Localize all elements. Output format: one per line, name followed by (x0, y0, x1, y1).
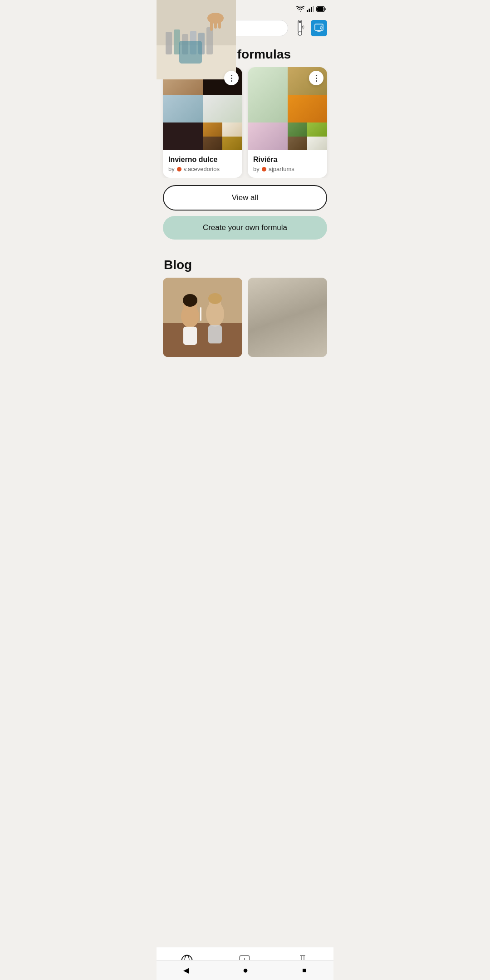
svg-point-18 (183, 294, 197, 307)
card2-img-5c (288, 137, 308, 151)
main-content: Community formulas (157, 40, 333, 397)
status-icons (296, 6, 326, 12)
blog-cards-list (157, 278, 333, 357)
view-all-button[interactable]: View all (163, 185, 327, 211)
wifi-icon (296, 6, 304, 12)
card2-img-5b (307, 122, 327, 137)
card1-img-6b (222, 122, 242, 137)
card2-img-5a (288, 122, 308, 137)
create-formula-button[interactable]: Create your own formula (163, 216, 327, 240)
card2-by: by (253, 166, 260, 172)
more-dots-2 (316, 75, 317, 82)
card2-author: by ajparfums (253, 166, 322, 172)
card1-by: by (168, 166, 175, 172)
card2-subgrid (288, 122, 328, 150)
action-buttons: View all Create your own formula (157, 178, 333, 247)
card1-img-6a (203, 122, 223, 137)
blog-title: Blog (157, 250, 333, 278)
cast-icon[interactable] (311, 20, 327, 36)
blog-img-couple (163, 278, 242, 357)
formula-card-1[interactable]: Invierno dulce by v.acevedorios (163, 67, 242, 178)
card2-img-3 (288, 95, 328, 122)
card1-info: Invierno dulce by v.acevedorios (163, 151, 242, 178)
formula-cards-list: Invierno dulce by v.acevedorios (157, 67, 333, 178)
more-dots-1 (231, 75, 232, 82)
svg-point-10 (298, 32, 302, 35)
blog-couple-svg (163, 278, 242, 357)
card1-author-dot (177, 167, 181, 172)
card1-more-button[interactable] (224, 71, 239, 85)
card2-more-button[interactable] (309, 71, 323, 85)
card2-name: Riviéra (253, 156, 322, 164)
svg-rect-22 (200, 307, 201, 321)
card2-img-5d (307, 137, 327, 151)
svg-rect-0 (307, 10, 308, 12)
card1-img-6d (222, 137, 242, 151)
svg-point-21 (208, 293, 222, 304)
card1-author-name: v.acevedorios (184, 166, 220, 172)
card1-img-3 (163, 95, 203, 122)
svg-rect-1 (309, 9, 310, 12)
battery-icon (316, 6, 326, 12)
blog-card-1[interactable] (163, 278, 242, 357)
signal-icon (307, 6, 314, 12)
svg-rect-15 (163, 323, 242, 357)
card1-name: Invierno dulce (168, 156, 237, 164)
svg-rect-23 (183, 327, 197, 345)
card1-author: by v.acevedorios (168, 166, 237, 172)
pen-device-icon[interactable] (293, 21, 307, 35)
svg-rect-9 (299, 21, 301, 23)
card1-img-6c (203, 137, 223, 151)
formula-card-2[interactable]: Riviéra by ajparfums (248, 67, 327, 178)
svg-rect-3 (313, 6, 314, 12)
card2-author-dot (262, 167, 266, 172)
card1-img-5 (163, 122, 203, 150)
card2-img-4 (248, 122, 288, 150)
card2-author-name: ajparfums (269, 166, 294, 172)
card2-img-1 (248, 67, 288, 122)
svg-rect-2 (311, 7, 312, 12)
card2-info: Riviéra by ajparfums (248, 151, 327, 178)
card1-img-4 (203, 95, 243, 122)
card1-subgrid (203, 122, 243, 150)
svg-rect-24 (208, 325, 222, 343)
blog-card-2[interactable] (248, 278, 327, 357)
nav-right-icons (293, 20, 327, 36)
blog-img-lab (248, 278, 327, 357)
svg-rect-5 (317, 7, 323, 11)
blog-section: Blog (157, 247, 333, 361)
